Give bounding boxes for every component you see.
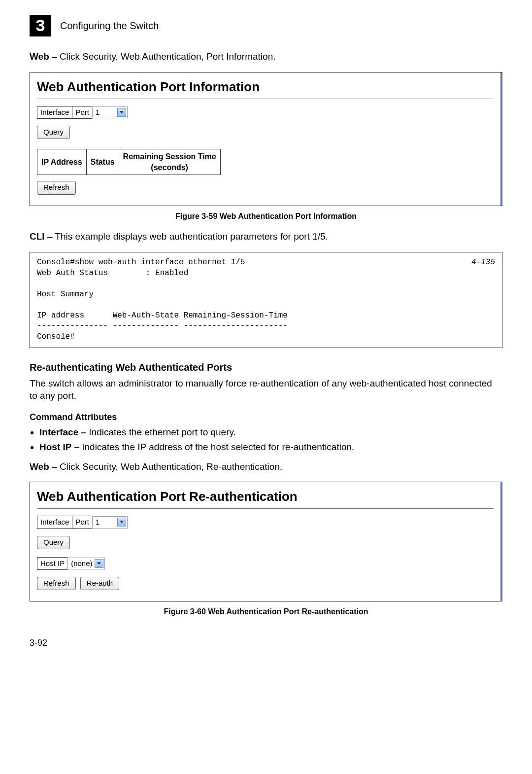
web-label: Web	[30, 51, 49, 62]
cli-label: CLI	[30, 231, 45, 242]
th-time-line1: Remaining Session Time	[123, 152, 216, 161]
figure-caption-1: Figure 3-59 Web Authentication Port Info…	[30, 211, 502, 222]
page-header: 3 Configuring the Switch	[30, 15, 502, 36]
reauth-button[interactable]: Re-auth	[80, 577, 119, 590]
cli-page-ref: 4-135	[471, 257, 495, 268]
th-remaining-time: Remaining Session Time (seconds)	[119, 149, 220, 175]
attr-hostip-rest: Indicates the IP address of the host sel…	[79, 442, 354, 452]
hostip-row: Host IP (none)	[37, 557, 494, 570]
web-nav-text-2: – Click Security, Web Authentication, Re…	[49, 461, 283, 472]
section-title-reauth: Re-authenticating Web Authenticated Port…	[30, 361, 502, 374]
attributes-list: Interface – Indicates the ethernet port …	[39, 426, 502, 453]
port-select-2[interactable]: 1	[92, 516, 128, 528]
panel-port-information: Web Authentication Port Information Inte…	[30, 72, 502, 206]
chevron-down-icon[interactable]	[117, 108, 126, 117]
chevron-down-icon[interactable]	[117, 518, 126, 527]
refresh-button-2[interactable]: Refresh	[37, 577, 76, 590]
cli-text: – This example displays web authenticati…	[45, 231, 328, 242]
query-button[interactable]: Query	[37, 126, 70, 139]
command-attributes-heading: Command Attributes	[30, 411, 502, 423]
hostip-select-value: (none)	[71, 559, 92, 568]
interface-label-2: Interface	[37, 516, 72, 528]
panel-reauth: Web Authentication Port Re-authenticatio…	[30, 482, 502, 601]
interface-row: Interface Port 1	[37, 106, 494, 119]
web-nav-text: – Click Security, Web Authentication, Po…	[49, 51, 276, 62]
cli-body: Console#show web-auth interface ethernet…	[37, 258, 288, 341]
th-time-line2: (seconds)	[151, 163, 188, 172]
page-number: 3-92	[30, 637, 502, 649]
port-select-value-2: 1	[96, 517, 115, 527]
chevron-down-icon[interactable]	[95, 559, 103, 568]
results-table: IP Address Status Remaining Session Time…	[37, 149, 221, 175]
attr-interface-bold: Interface –	[39, 427, 86, 437]
web-nav-instruction-2: Web – Click Security, Web Authentication…	[30, 460, 502, 473]
cli-intro: CLI – This example displays web authenti…	[30, 230, 502, 243]
interface-label: Interface	[37, 106, 72, 119]
hostip-select[interactable]: (none)	[67, 558, 104, 569]
query-button-2[interactable]: Query	[37, 536, 70, 549]
panel-title: Web Authentication Port Information	[37, 78, 494, 99]
attr-interface: Interface – Indicates the ethernet port …	[39, 426, 502, 439]
panel2-title: Web Authentication Port Re-authenticatio…	[37, 488, 494, 509]
port-label-2: Port	[72, 516, 92, 528]
attr-hostip: Host IP – Indicates the IP address of th…	[39, 441, 502, 454]
port-label: Port	[72, 106, 92, 119]
chapter-badge: 3	[30, 15, 51, 36]
hostip-label: Host IP	[37, 557, 67, 570]
port-select[interactable]: 1	[92, 106, 128, 118]
section-para: The switch allows an administrator to ma…	[30, 377, 502, 402]
th-ip-address: IP Address	[37, 149, 87, 175]
web-label-2: Web	[30, 461, 49, 472]
attr-hostip-bold: Host IP –	[39, 442, 79, 452]
chapter-title: Configuring the Switch	[60, 19, 159, 33]
cli-output: 4-135Console#show web-auth interface eth…	[30, 252, 502, 348]
figure-caption-2: Figure 3-60 Web Authentication Port Re-a…	[30, 606, 502, 617]
refresh-button[interactable]: Refresh	[37, 181, 76, 194]
port-select-value: 1	[96, 107, 115, 117]
interface-row-2: Interface Port 1	[37, 516, 494, 528]
attr-interface-rest: Indicates the ethernet port to query.	[86, 427, 236, 437]
th-status: Status	[86, 149, 119, 175]
web-nav-instruction-1: Web – Click Security, Web Authentication…	[30, 50, 502, 63]
